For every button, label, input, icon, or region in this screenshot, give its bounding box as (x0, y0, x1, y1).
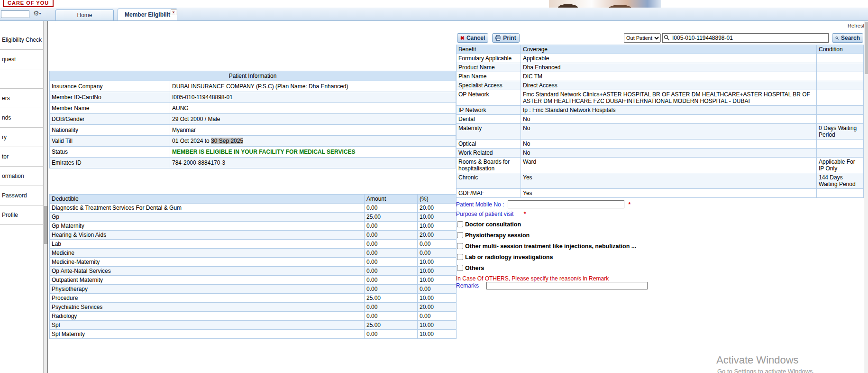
sidebar-item[interactable]: ers (0, 89, 43, 108)
sidebar-item[interactable]: Profile (0, 205, 43, 225)
purpose-checkbox[interactable] (457, 265, 463, 271)
purpose-option: Lab or radiology investigations (457, 252, 636, 262)
main-content: Refresh ✖ Cancel Print Out Patient (47, 21, 864, 373)
cancel-button[interactable]: ✖ Cancel (457, 33, 488, 43)
patient-info-body: Insurance CompanyDUBAI INSURANCE COMPANY… (50, 81, 456, 168)
mobile-number-field[interactable] (508, 200, 624, 208)
purpose-checkbox[interactable] (457, 254, 463, 260)
search-button[interactable]: Search (832, 33, 863, 43)
deductible-amount-cell: 0.00 (365, 222, 418, 231)
purpose-option-label: Physiotherapy session (465, 232, 530, 239)
refresh-link[interactable]: Refresh (848, 23, 866, 28)
sidebar-item[interactable]: tor (0, 147, 43, 167)
deductible-amount-cell: 0.00 (365, 249, 418, 258)
coverage-cell: No (521, 140, 817, 149)
sidebar-item[interactable]: Eligibility Check (0, 30, 43, 50)
deductible-name-cell: Medicine (50, 249, 365, 258)
deductible-row: Medicine0.000.00 (50, 249, 457, 258)
benefit-row: Work RelatedNo (457, 149, 864, 158)
coverage-cell: Ward (521, 158, 817, 173)
search-button-label: Search (841, 35, 860, 41)
deductible-name-cell: Spl Maternity (50, 330, 365, 339)
benefit-header-row: Benefit Coverage Condition (457, 45, 864, 54)
mobile-number-row: Patient Mobile No : * (456, 200, 630, 208)
patient-info-value: 784-2000-8884170-3 (170, 158, 456, 168)
vertical-scrollbar-thumb[interactable] (865, 22, 868, 74)
purpose-options: Doctor consultationPhysiotherapy session… (457, 219, 636, 273)
condition-cell: 0 Days Waiting Period (817, 124, 864, 140)
patient-info-row: StatusMEMBER IS ELIGIBLE IN YOUR FACILIT… (50, 147, 456, 158)
banner-photo (549, 0, 661, 8)
purpose-checkbox[interactable] (457, 243, 463, 249)
vertical-scrollbar[interactable] (864, 21, 868, 373)
purpose-checkbox[interactable] (457, 232, 463, 238)
mini-search-input[interactable] (1, 10, 29, 18)
benefit-header-coverage: Coverage (521, 45, 817, 54)
gear-icon[interactable]: ⚙▾ (33, 9, 41, 17)
benefit-table-body: Formulary ApplicableApplicableProduct Na… (457, 54, 864, 198)
others-note: In Case Of OTHERS, Please specify the re… (456, 275, 609, 282)
condition-cell (817, 63, 864, 72)
purpose-option-label: Lab or radiology investigations (465, 254, 553, 261)
deductible-amount-cell: 0.00 (365, 267, 418, 276)
purpose-checkbox[interactable] (457, 221, 463, 227)
sidebar-item[interactable]: nds (0, 108, 43, 128)
condition-cell (817, 115, 864, 124)
deductible-header-percent: (%) (418, 195, 457, 204)
deductible-row: Medicine-Maternity0.0010.00 (50, 258, 457, 267)
cancel-button-label: Cancel (466, 35, 485, 41)
patient-info-row: Valid Till01 Oct 2024 to 30 Sep 2025 (50, 136, 456, 147)
deductible-percent-cell: 10.00 (418, 294, 457, 303)
deductible-amount-cell: 25.00 (365, 321, 418, 330)
deductible-name-cell: Procedure (50, 294, 365, 303)
patient-info-row: Member NameAUNG (50, 103, 456, 114)
deductible-row: Outpatient Maternity0.0010.00 (50, 276, 457, 285)
coverage-cell: Yes (521, 189, 817, 198)
printer-icon (495, 35, 501, 41)
patient-info-label: Status (50, 147, 170, 158)
deductible-percent-cell: 20.00 (418, 303, 457, 312)
search-button-icon (835, 36, 839, 41)
benefit-cell: Dental (457, 115, 521, 124)
deductible-header-row: Deductible Amount (%) (50, 195, 457, 204)
search-icon (664, 35, 670, 41)
patient-info-label: Member ID-CardNo (50, 92, 170, 103)
patient-info-label: DOB/Gender (50, 114, 170, 125)
member-search-input[interactable] (662, 33, 829, 43)
patient-info-value: 29 Oct 2000 / Male (170, 114, 456, 125)
sidebar-item[interactable]: Password (0, 186, 43, 205)
sidebar-item[interactable]: ry (0, 128, 43, 147)
deductible-row: Spl25.0010.00 (50, 321, 457, 330)
sidebar-scrollbar[interactable] (43, 21, 47, 373)
coverage-cell: DIC TM (521, 72, 817, 81)
benefit-cell: Formulary Applicable (457, 54, 521, 63)
sidebar-item[interactable]: ormation (0, 167, 43, 186)
benefit-row: OP NetworkFmc Standard Network Clinics+A… (457, 90, 864, 106)
tab-close-icon[interactable]: x (171, 9, 176, 15)
patient-info-row: DOB/Gender29 Oct 2000 / Male (50, 114, 456, 125)
deductible-header-amount: Amount (365, 195, 418, 204)
benefit-cell: GDF/MAF (457, 189, 521, 198)
tab-member-eligibility[interactable]: Member Eligibilit x (118, 9, 177, 20)
deductible-row: Radiology0.000.00 (50, 312, 457, 321)
patient-type-select[interactable]: Out Patient (624, 33, 661, 43)
deductible-percent-cell: 10.00 (418, 330, 457, 339)
condition-cell (817, 81, 864, 90)
deductible-amount-cell: 0.00 (365, 276, 418, 285)
tab-home[interactable]: Home (55, 9, 114, 20)
sidebar-spacer (0, 69, 43, 89)
condition-cell (817, 106, 864, 115)
deductible-percent-cell: 0.00 (418, 249, 457, 258)
deductible-row: Gp25.0010.00 (50, 213, 457, 222)
valid-till-highlight: 30 Sep 2025 (211, 138, 243, 144)
coverage-cell: Ip : Fmc Standard Network Hospitals (521, 106, 817, 115)
remarks-field[interactable] (486, 282, 648, 289)
print-button[interactable]: Print (492, 33, 520, 43)
sidebar-item[interactable]: quest (0, 50, 43, 69)
deductible-name-cell: Medicine-Maternity (50, 258, 365, 267)
patient-info-row: Member ID-CardNoI005-010-119448898-01 (50, 92, 456, 103)
deductible-name-cell: Hearing & Vision Aids (50, 231, 365, 240)
deductible-percent-cell: 0.00 (418, 240, 457, 249)
deductible-amount-cell: 0.00 (365, 204, 418, 213)
sidebar-scrollbar-thumb[interactable] (44, 206, 47, 244)
